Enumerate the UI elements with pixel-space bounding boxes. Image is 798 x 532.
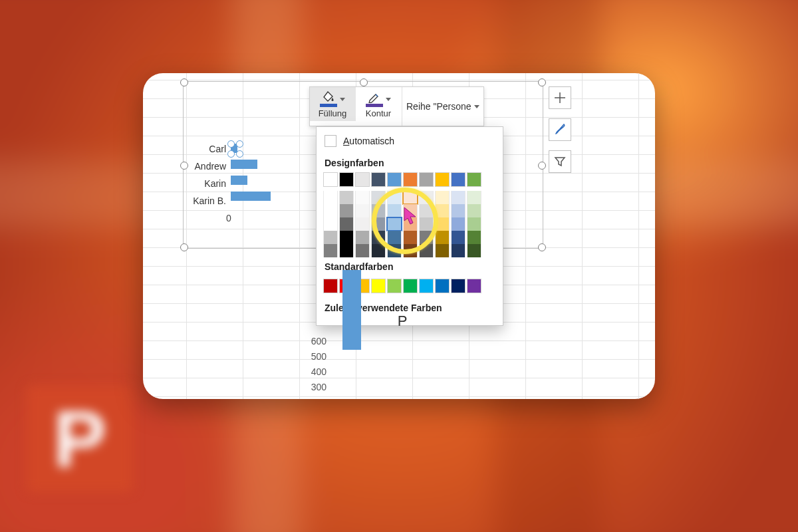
- color-swatch[interactable]: [355, 244, 370, 257]
- fill-button[interactable]: Füllung: [310, 87, 356, 121]
- color-swatch[interactable]: [451, 191, 466, 204]
- color-swatch[interactable]: [451, 244, 466, 257]
- color-swatch[interactable]: [467, 231, 481, 244]
- color-swatch[interactable]: [387, 191, 402, 204]
- chevron-down-icon[interactable]: [340, 98, 345, 101]
- color-swatch[interactable]: [451, 279, 466, 293]
- color-swatch[interactable]: [435, 231, 450, 244]
- color-swatch[interactable]: [467, 204, 481, 217]
- color-swatch[interactable]: [323, 244, 338, 257]
- color-swatch[interactable]: [355, 191, 370, 204]
- secondary-chart-column[interactable]: [342, 270, 361, 350]
- color-swatch[interactable]: [323, 217, 338, 231]
- chart-category-label: Karin: [180, 178, 226, 190]
- series-handle[interactable]: [236, 140, 243, 148]
- color-swatch[interactable]: [323, 191, 338, 204]
- color-swatch[interactable]: [355, 204, 370, 217]
- color-swatch[interactable]: [403, 244, 418, 257]
- chart-category-label: Karin B.: [180, 195, 226, 207]
- color-swatch[interactable]: [419, 191, 434, 204]
- chart-bars[interactable]: [231, 144, 271, 201]
- color-swatch[interactable]: [339, 217, 354, 231]
- series-handle[interactable]: [236, 150, 243, 158]
- color-swatch[interactable]: [435, 279, 450, 293]
- color-swatch[interactable]: [387, 279, 402, 293]
- color-swatch[interactable]: [403, 279, 418, 293]
- chart-styles-button[interactable]: [549, 118, 571, 141]
- color-swatch[interactable]: [419, 231, 434, 244]
- color-swatch[interactable]: [419, 244, 434, 257]
- color-swatch[interactable]: [451, 172, 466, 187]
- resize-handle[interactable]: [360, 78, 368, 86]
- resize-handle[interactable]: [180, 78, 188, 86]
- color-swatch[interactable]: [419, 172, 434, 187]
- color-swatch[interactable]: [435, 191, 450, 204]
- color-swatch[interactable]: [355, 231, 370, 244]
- color-swatch[interactable]: [323, 231, 338, 244]
- color-swatch[interactable]: [403, 204, 418, 217]
- color-swatch[interactable]: [323, 279, 338, 293]
- color-swatch[interactable]: [339, 191, 354, 204]
- color-swatch[interactable]: [419, 279, 434, 293]
- color-swatch[interactable]: [339, 244, 354, 257]
- color-swatch[interactable]: [371, 191, 386, 204]
- chevron-down-icon[interactable]: [386, 98, 391, 101]
- color-swatch[interactable]: [387, 204, 402, 217]
- chart-elements-button[interactable]: [549, 86, 571, 109]
- color-swatch[interactable]: [467, 244, 481, 257]
- color-swatch[interactable]: [387, 231, 402, 244]
- chart-element-buttons: [549, 86, 571, 173]
- color-swatch[interactable]: [467, 172, 481, 187]
- automatic-row[interactable]: Automatisch: [323, 132, 496, 154]
- chart-filter-button[interactable]: [549, 150, 571, 173]
- color-swatch[interactable]: [467, 217, 481, 231]
- theme-colors-label: Designfarben: [323, 154, 496, 172]
- chart-bar[interactable]: [231, 176, 247, 185]
- color-swatch[interactable]: [435, 204, 450, 217]
- color-swatch[interactable]: [387, 244, 402, 257]
- series-handle[interactable]: [227, 140, 235, 148]
- resize-handle[interactable]: [538, 78, 546, 86]
- color-swatch[interactable]: [371, 172, 386, 187]
- color-swatch[interactable]: [339, 172, 354, 187]
- theme-colors-row: [323, 172, 496, 191]
- color-swatch[interactable]: [371, 231, 386, 244]
- color-swatch[interactable]: [467, 279, 481, 293]
- resize-handle[interactable]: [180, 243, 188, 251]
- color-swatch[interactable]: [419, 217, 434, 231]
- series-select[interactable]: Reihe "Persone: [402, 87, 483, 126]
- color-swatch[interactable]: [451, 204, 466, 217]
- color-swatch[interactable]: [323, 172, 338, 187]
- color-swatch[interactable]: [371, 279, 386, 293]
- color-swatch[interactable]: [371, 244, 386, 257]
- color-swatch[interactable]: [355, 172, 370, 187]
- color-swatch[interactable]: [403, 191, 418, 204]
- color-swatch[interactable]: [355, 217, 370, 231]
- color-swatch[interactable]: [435, 172, 450, 187]
- color-swatch[interactable]: [339, 204, 354, 217]
- color-swatch[interactable]: [403, 172, 418, 187]
- color-swatch[interactable]: [403, 231, 418, 244]
- chart-category-label: Andrew: [180, 160, 226, 172]
- series-handle[interactable]: [227, 150, 235, 158]
- color-swatch[interactable]: [467, 191, 481, 204]
- color-swatch[interactable]: [435, 217, 450, 231]
- color-swatch[interactable]: [387, 217, 402, 231]
- color-swatch[interactable]: [451, 231, 466, 244]
- color-swatch[interactable]: [371, 217, 386, 231]
- color-swatch[interactable]: [387, 172, 402, 187]
- chart-bar[interactable]: [231, 160, 257, 169]
- resize-handle[interactable]: [538, 162, 546, 170]
- color-swatch[interactable]: [339, 231, 354, 244]
- chart-category-axis: Carl Andrew Karin Karin B.: [180, 143, 226, 207]
- color-swatch[interactable]: [451, 217, 466, 231]
- color-swatch[interactable]: [371, 204, 386, 217]
- chart-bar[interactable]: [231, 192, 271, 201]
- color-swatch[interactable]: [419, 204, 434, 217]
- color-swatch[interactable]: [323, 204, 338, 217]
- secondary-chart[interactable]: P 600 500 400 300: [269, 313, 535, 330]
- color-swatch[interactable]: [403, 217, 418, 231]
- resize-handle[interactable]: [538, 243, 546, 251]
- outline-button[interactable]: Kontur: [356, 87, 402, 121]
- color-swatch[interactable]: [435, 244, 450, 257]
